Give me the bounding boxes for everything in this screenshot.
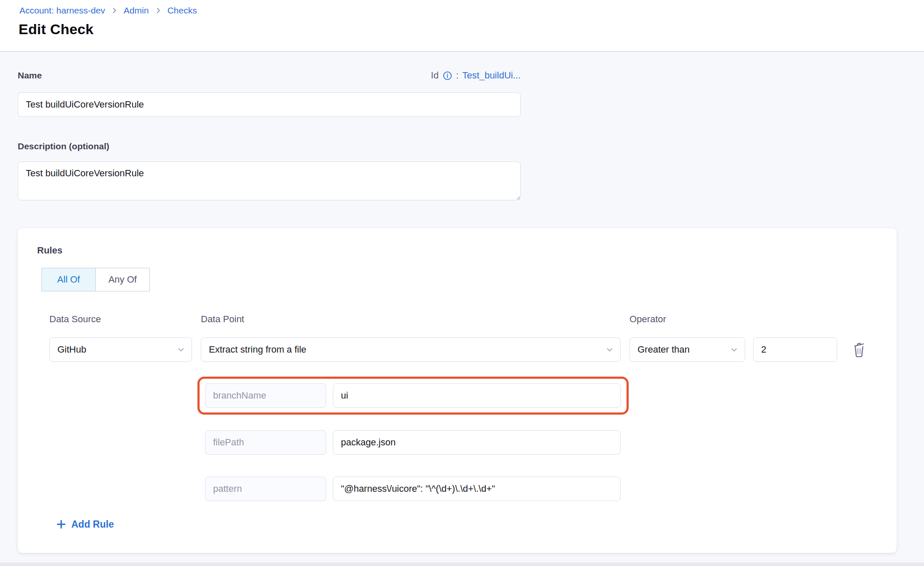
param-value-file-path-input[interactable] — [333, 430, 621, 455]
breadcrumb: Account: harness-dev Admin Checks — [19, 5, 197, 16]
add-rule-label: Add Rule — [71, 519, 114, 530]
breadcrumb-checks-link[interactable]: Checks — [168, 5, 197, 16]
param-key-file-path — [205, 430, 326, 455]
chevron-down-icon — [729, 345, 739, 354]
operator-select[interactable]: Greater than — [630, 337, 745, 362]
data-source-label: Data Source — [49, 314, 101, 325]
param-row-branch-name — [205, 383, 621, 408]
window-bottom-edge — [0, 563, 924, 566]
param-key-pattern — [205, 477, 326, 501]
chevron-right-icon — [154, 7, 162, 14]
id-value-link[interactable]: Test_buildUi... — [462, 70, 521, 81]
description-label: Description (optional) — [18, 141, 109, 151]
chevron-down-icon — [605, 345, 614, 354]
param-value-branch-name-input[interactable] — [333, 383, 621, 408]
param-value-pattern-input[interactable] — [333, 477, 621, 501]
toggle-any-of[interactable]: Any Of — [95, 268, 150, 291]
operator-value-input[interactable] — [753, 337, 837, 362]
delete-rule-button[interactable] — [850, 340, 868, 360]
data-point-label: Data Point — [201, 314, 244, 325]
add-rule-button[interactable]: Add Rule — [56, 517, 114, 532]
rules-match-toggle: All Of Any Of — [41, 268, 150, 291]
description-textarea[interactable]: Test buildUiCoreVersionRule — [18, 162, 521, 200]
id-label: Id — [431, 70, 438, 81]
page-title: Edit Check — [19, 21, 94, 38]
chevron-right-icon — [111, 7, 118, 14]
name-input[interactable] — [18, 92, 521, 117]
info-icon[interactable] — [443, 71, 452, 81]
operator-value: Greater than — [638, 344, 690, 355]
breadcrumb-account-link[interactable]: Account: harness-dev — [19, 5, 105, 16]
param-row-file-path — [205, 430, 621, 455]
breadcrumb-admin-link[interactable]: Admin — [124, 5, 149, 16]
data-source-select[interactable]: GitHub — [49, 337, 192, 362]
name-label-row: Name Id : Test_buildUi... — [18, 70, 521, 81]
name-label: Name — [18, 70, 42, 81]
rules-label: Rules — [37, 245, 62, 256]
rules-card: Rules All Of Any Of Data Source Data Poi… — [18, 228, 897, 553]
id-colon: : — [456, 70, 459, 81]
id-group: Id : Test_buildUi... — [431, 70, 521, 81]
data-point-select[interactable]: Extract string from a file — [201, 337, 621, 362]
toggle-all-of[interactable]: All Of — [41, 268, 96, 291]
trash-icon — [851, 340, 867, 359]
operator-label: Operator — [630, 314, 666, 325]
chevron-down-icon — [176, 345, 186, 354]
param-row-pattern — [205, 477, 621, 501]
param-key-branch-name — [205, 383, 326, 408]
page-header: Account: harness-dev Admin Checks Edit C… — [0, 0, 924, 52]
data-source-value: GitHub — [57, 344, 86, 355]
data-point-value: Extract string from a file — [209, 344, 306, 355]
plus-icon — [56, 519, 67, 530]
